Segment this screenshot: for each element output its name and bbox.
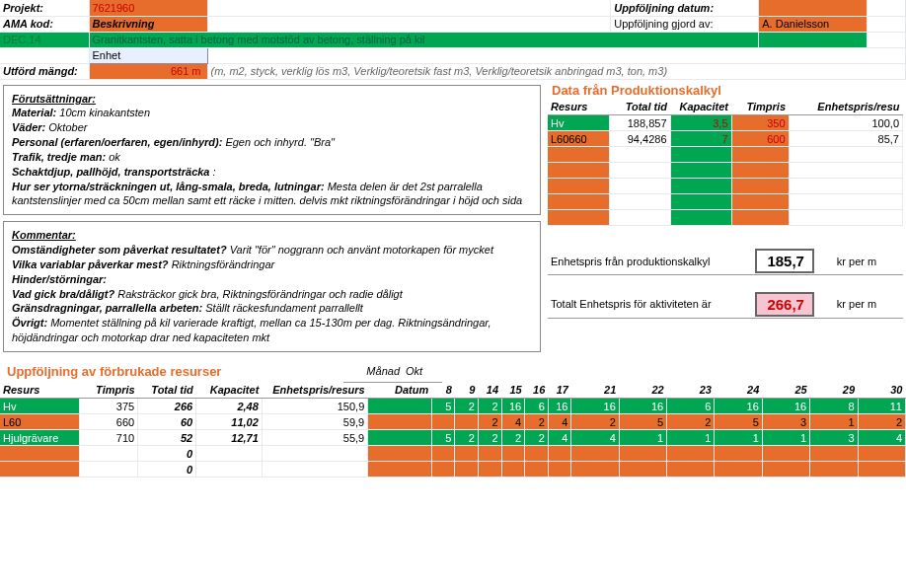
fl-val[interactable]: 1 <box>762 430 809 446</box>
pk-totaltid: 188,857 <box>609 115 670 131</box>
fl-val[interactable] <box>810 446 858 462</box>
fl-val[interactable] <box>431 462 455 478</box>
pk-totaltid: 94,4286 <box>609 131 670 147</box>
fl-val[interactable]: 5 <box>431 430 455 446</box>
fl-val[interactable] <box>762 462 809 478</box>
fl-val[interactable]: 5 <box>431 399 455 414</box>
fl-val[interactable] <box>431 414 455 430</box>
fl-val[interactable]: 2 <box>455 399 479 414</box>
upp-av-label: Uppföljning gjord av: <box>611 16 759 32</box>
fl-val[interactable]: 2 <box>571 414 619 430</box>
fl-val[interactable]: 16 <box>501 399 525 414</box>
fl-val[interactable] <box>858 446 905 462</box>
bra-label: Vad gick bra/dåligt? <box>12 288 114 300</box>
fl-val[interactable] <box>431 446 455 462</box>
fl-val[interactable]: 2 <box>501 430 525 446</box>
fl-val[interactable]: 2 <box>858 414 905 430</box>
fl-val[interactable]: 2 <box>525 430 549 446</box>
schakt-value: : <box>213 166 216 178</box>
fl-val[interactable]: 6 <box>525 399 549 414</box>
fl-val[interactable] <box>571 462 619 478</box>
fl-totaltid: 52 <box>138 430 196 446</box>
fl-val[interactable] <box>858 462 905 478</box>
pk-timpris[interactable]: 600 <box>731 131 789 147</box>
upp-datum-value[interactable] <box>759 0 868 16</box>
manad-value: Okt <box>403 361 442 382</box>
fl-h-kapacitet: Kapacitet <box>196 383 263 399</box>
utf-value[interactable]: 661 m <box>89 63 207 79</box>
fl-val[interactable]: 1 <box>810 414 858 430</box>
fl-val[interactable] <box>667 446 715 462</box>
fl-val[interactable]: 4 <box>548 414 571 430</box>
utf-note: (m, m2, styck, verklig lös m3, Verklig/t… <box>207 63 906 79</box>
fl-val[interactable] <box>501 446 525 462</box>
fl-totaltid: 0 <box>138 446 196 462</box>
fl-val[interactable] <box>478 462 501 478</box>
fl-val[interactable] <box>525 462 549 478</box>
fl-val[interactable]: 16 <box>762 399 809 414</box>
fl-val[interactable] <box>548 462 571 478</box>
fl-val[interactable]: 1 <box>619 430 666 446</box>
fl-val[interactable] <box>619 446 666 462</box>
fl-val[interactable] <box>455 462 479 478</box>
upp-av-value[interactable]: A. Danielsson <box>759 16 868 32</box>
fl-val[interactable] <box>571 446 619 462</box>
fl-val[interactable] <box>548 446 571 462</box>
prod-price-value: 185,7 <box>755 249 814 273</box>
fl-val[interactable]: 8 <box>810 399 858 414</box>
projekt-value[interactable]: 7621960 <box>89 0 207 16</box>
fl-val[interactable]: 1 <box>715 430 762 446</box>
fl-val[interactable]: 6 <box>667 399 715 414</box>
fl-h-resurs: Resurs <box>0 383 80 399</box>
fl-val[interactable]: 5 <box>715 414 762 430</box>
trafik-value: ok <box>109 151 120 163</box>
pk-timpris[interactable]: 350 <box>731 115 789 131</box>
fl-val[interactable]: 16 <box>715 399 762 414</box>
fl-val[interactable]: 16 <box>571 399 619 414</box>
fl-val[interactable]: 3 <box>762 414 809 430</box>
fl-val[interactable]: 4 <box>548 430 571 446</box>
fl-val[interactable]: 2 <box>667 414 715 430</box>
upp-datum-label: Uppföljning datum: <box>611 0 759 16</box>
fl-val[interactable]: 2 <box>525 414 549 430</box>
ama-value[interactable]: Beskrivning <box>89 16 207 32</box>
fl-val[interactable] <box>455 414 479 430</box>
fl-val[interactable] <box>619 462 666 478</box>
fl-val[interactable]: 5 <box>619 414 666 430</box>
fl-resurs <box>0 446 80 462</box>
fl-val[interactable] <box>715 462 762 478</box>
pk-blank-row <box>548 210 903 226</box>
fl-val[interactable]: 2 <box>478 430 501 446</box>
fl-val[interactable]: 2 <box>478 414 501 430</box>
fl-val[interactable]: 4 <box>501 414 525 430</box>
fl-kapacitet <box>196 462 263 478</box>
ovr-label: Övrigt: <box>12 317 47 329</box>
fl-date-head: 29 <box>810 383 858 399</box>
fl-val[interactable] <box>715 446 762 462</box>
fl-val[interactable] <box>667 462 715 478</box>
fl-val[interactable] <box>478 446 501 462</box>
fl-kapacitet <box>196 446 263 462</box>
fl-val[interactable]: 2 <box>478 399 501 414</box>
code-cell: DEC.14 <box>0 32 89 47</box>
pk-blank-row <box>548 147 903 163</box>
fl-val[interactable] <box>810 462 858 478</box>
pk-blank-row <box>548 163 903 179</box>
fl-kapacitet: 2,48 <box>196 399 263 414</box>
fl-val[interactable]: 3 <box>810 430 858 446</box>
tot-price-value: 266,7 <box>755 292 814 317</box>
fl-val[interactable]: 16 <box>619 399 666 414</box>
fl-val[interactable] <box>762 446 809 462</box>
fl-val[interactable]: 4 <box>571 430 619 446</box>
fl-val[interactable]: 2 <box>455 430 479 446</box>
fl-val[interactable] <box>455 446 479 462</box>
fl-val[interactable]: 11 <box>858 399 905 414</box>
fl-resurs: Hv <box>0 399 80 414</box>
fl-val[interactable]: 1 <box>667 430 715 446</box>
fl-val[interactable]: 4 <box>858 430 905 446</box>
fl-val[interactable] <box>501 462 525 478</box>
fl-val[interactable] <box>525 446 549 462</box>
fl-val[interactable]: 16 <box>548 399 571 414</box>
fl-row: Hv3752662,48150,952216616161661616811 <box>0 399 906 414</box>
vader-value: Oktober <box>48 121 87 133</box>
